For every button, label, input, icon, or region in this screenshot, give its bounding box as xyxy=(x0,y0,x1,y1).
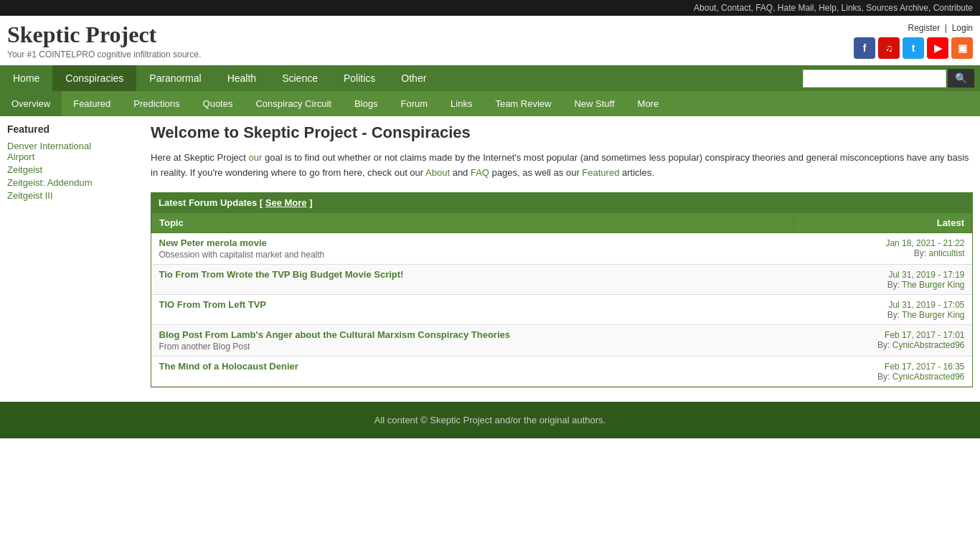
nav-home[interactable]: Home xyxy=(0,65,52,91)
page-title: Welcome to Skeptic Project - Conspiracie… xyxy=(151,123,973,142)
subnav-more[interactable]: More xyxy=(626,91,671,116)
subnav-predictions[interactable]: Predictions xyxy=(122,91,191,116)
header-right: Register | Login f ♫ t ▶ ▣ xyxy=(854,23,973,59)
faq-link[interactable]: FAQ xyxy=(755,3,773,13)
latest-cell: Jul 31, 2019 - 17:05 By: The Burger King xyxy=(793,294,971,324)
sidebar-item-zeitgeist[interactable]: Zeitgeist xyxy=(7,164,143,175)
latest-column-header: Latest xyxy=(793,212,971,232)
topic-link[interactable]: Blog Post From Lamb's Anger about the Cu… xyxy=(159,329,510,340)
subnav-featured[interactable]: Featured xyxy=(62,91,122,116)
topic-link[interactable]: Tio From Trom Wrote the TVP Big Budget M… xyxy=(159,269,404,280)
our-link[interactable]: our xyxy=(249,152,263,163)
sidebar-title: Featured xyxy=(7,123,143,135)
topbar-links: About, Contact, FAQ, Hate Mail, Help, Li… xyxy=(694,3,973,13)
forum-header-close: ] xyxy=(307,197,313,208)
faq-inline-link[interactable]: FAQ xyxy=(471,167,489,178)
login-link[interactable]: Login xyxy=(952,23,973,33)
table-row: New Peter merola movie Obsession with ca… xyxy=(152,232,972,264)
topic-link[interactable]: TIO From Trom Left TVP xyxy=(159,299,267,310)
main-nav: Home Conspiracies Paranormal Health Scie… xyxy=(0,65,980,91)
topic-cell: Blog Post From Lamb's Anger about the Cu… xyxy=(152,324,794,356)
social-icons: f ♫ t ▶ ▣ xyxy=(854,37,973,59)
date-link[interactable]: Jan 18, 2021 - 21:22 xyxy=(885,238,964,248)
search-area: 🔍 xyxy=(803,69,980,88)
sidebar-item-zeitgeist-addendum[interactable]: Zeitgeist: Addendum xyxy=(7,177,143,188)
author-link[interactable]: anticultist xyxy=(928,248,964,258)
author-info: By: CynicAbstracted96 xyxy=(801,372,964,382)
nav-politics[interactable]: Politics xyxy=(331,65,388,91)
table-row: TIO From Trom Left TVP Jul 31, 2019 - 17… xyxy=(152,294,972,324)
about-link[interactable]: About xyxy=(694,3,716,13)
register-login: Register | Login xyxy=(908,23,973,33)
author-link[interactable]: The Burger King xyxy=(902,310,964,320)
topic-link[interactable]: New Peter merola movie xyxy=(159,237,267,248)
intro-text: Here at Skeptic Project our goal is to f… xyxy=(151,151,973,181)
date-link[interactable]: Feb 17, 2017 - 16:35 xyxy=(885,362,964,372)
date-link[interactable]: Feb 17, 2017 - 17:01 xyxy=(885,330,964,340)
featured-inline-link[interactable]: Featured xyxy=(582,167,619,178)
author-info: By: CynicAbstracted96 xyxy=(801,340,964,350)
main-content: Welcome to Skeptic Project - Conspiracie… xyxy=(151,123,973,387)
subnav-quotes[interactable]: Quotes xyxy=(192,91,245,116)
subnav-blogs[interactable]: Blogs xyxy=(343,91,390,116)
links-link[interactable]: Links xyxy=(842,3,862,13)
sidebar-item-denver-airport[interactable]: Denver InternationalAirport xyxy=(7,141,143,162)
subnav-team-review[interactable]: Team Review xyxy=(484,91,562,116)
author-link[interactable]: CynicAbstracted96 xyxy=(892,372,965,382)
search-button[interactable]: 🔍 xyxy=(948,69,974,88)
twitter-icon[interactable]: t xyxy=(903,37,924,59)
see-more-link[interactable]: See More xyxy=(265,197,307,208)
subnav-overview[interactable]: Overview xyxy=(0,91,62,116)
subnav-links[interactable]: Links xyxy=(439,91,484,116)
search-input[interactable] xyxy=(803,70,946,88)
latest-cell: Feb 17, 2017 - 16:35 By: CynicAbstracted… xyxy=(793,356,971,386)
latest-cell: Jan 18, 2021 - 21:22 By: anticultist xyxy=(793,232,971,264)
table-row: The Mind of a Holocaust Denier Feb 17, 2… xyxy=(152,356,972,386)
rss-icon[interactable]: ▣ xyxy=(951,37,973,59)
contribute-link[interactable]: Contribute xyxy=(933,3,973,13)
author-info: By: The Burger King xyxy=(801,310,964,320)
topic-desc: Obsession with capitalist market and hea… xyxy=(159,250,787,260)
help-link[interactable]: Help xyxy=(819,3,837,13)
topic-link[interactable]: The Mind of a Holocaust Denier xyxy=(159,361,298,372)
latest-cell: Jul 31, 2019 - 17:19 By: The Burger King xyxy=(793,264,971,294)
subnav-conspiracy-circuit[interactable]: Conspiracy Circuit xyxy=(244,91,342,116)
site-subtitle: Your #1 COINTELPRO cognitive infiltratio… xyxy=(7,50,201,60)
author-link[interactable]: CynicAbstracted96 xyxy=(892,340,965,350)
site-branding: Skeptic Project Your #1 COINTELPRO cogni… xyxy=(7,22,201,60)
contact-link[interactable]: Contact xyxy=(721,3,750,13)
topic-cell: Tio From Trom Wrote the TVP Big Budget M… xyxy=(152,264,794,294)
footer: All content © Skeptic Project and/or the… xyxy=(0,402,980,438)
lastfm-icon[interactable]: ♫ xyxy=(878,37,900,59)
nav-conspiracies[interactable]: Conspiracies xyxy=(52,65,136,91)
nav-science[interactable]: Science xyxy=(269,65,331,91)
register-link[interactable]: Register xyxy=(908,23,940,33)
sidebar-item-zeitgeist-iii[interactable]: Zeitgeist III xyxy=(7,190,143,201)
latest-cell: Feb 17, 2017 - 17:01 By: CynicAbstracted… xyxy=(793,324,971,356)
nav-health[interactable]: Health xyxy=(215,65,269,91)
subnav-new-stuff[interactable]: New Stuff xyxy=(562,91,626,116)
author-link[interactable]: The Burger King xyxy=(902,280,964,290)
subnav-forum[interactable]: Forum xyxy=(389,91,439,116)
topic-column-header: Topic xyxy=(152,212,794,232)
about-inline-link[interactable]: About xyxy=(425,167,450,178)
topic-cell: The Mind of a Holocaust Denier xyxy=(152,356,794,386)
forum-header: Latest Forum Updates [ See More ] xyxy=(151,193,972,212)
author-info: By: anticultist xyxy=(801,248,964,258)
hatemail-link[interactable]: Hate Mail xyxy=(778,3,814,13)
topic-cell: New Peter merola movie Obsession with ca… xyxy=(152,232,794,264)
nav-paranormal[interactable]: Paranormal xyxy=(136,65,214,91)
nav-other[interactable]: Other xyxy=(388,65,439,91)
footer-text: All content © Skeptic Project and/or the… xyxy=(374,415,606,425)
sidebar: Featured Denver InternationalAirport Zei… xyxy=(7,123,143,387)
table-row: Tio From Trom Wrote the TVP Big Budget M… xyxy=(152,264,972,294)
topic-cell: TIO From Trom Left TVP xyxy=(152,294,794,324)
sources-link[interactable]: Sources Archive xyxy=(866,3,928,13)
forum-header-text: Latest Forum Updates [ xyxy=(159,197,265,208)
sub-nav: Overview Featured Predictions Quotes Con… xyxy=(0,91,980,116)
facebook-icon[interactable]: f xyxy=(854,37,875,59)
youtube-icon[interactable]: ▶ xyxy=(927,37,948,59)
date-link[interactable]: Jul 31, 2019 - 17:19 xyxy=(888,270,964,280)
top-bar: About, Contact, FAQ, Hate Mail, Help, Li… xyxy=(0,0,980,16)
date-link[interactable]: Jul 31, 2019 - 17:05 xyxy=(888,300,964,310)
